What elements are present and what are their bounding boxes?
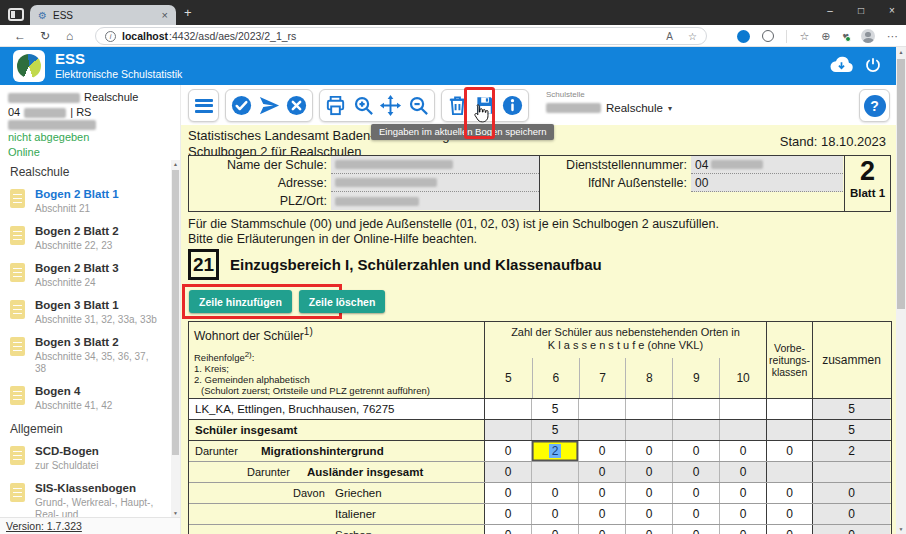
- new-tab-button[interactable]: +: [184, 5, 192, 20]
- sidebar-item-bogen-2-blatt-2[interactable]: Bogen 2 Blatt 2 Abschnitte 22, 23: [10, 225, 162, 252]
- redacted-school-name: [8, 93, 80, 103]
- row-label-cell: Italiener: [189, 504, 485, 524]
- grid-cell[interactable]: 0: [485, 441, 532, 461]
- grid-cell[interactable]: 0: [673, 504, 720, 524]
- sheet-sub: Blatt 1: [845, 187, 890, 199]
- grid-cell[interactable]: 0: [532, 504, 579, 524]
- grid-cell[interactable]: 0: [532, 483, 579, 503]
- grid-cell[interactable]: 0: [720, 483, 767, 503]
- grid-cell[interactable]: [626, 399, 673, 419]
- close-button[interactable]: ×: [886, 5, 898, 16]
- tab-close-icon[interactable]: ×: [162, 9, 168, 21]
- grid-cell[interactable]: 0: [532, 525, 579, 534]
- favorites-bar-icon[interactable]: ☆: [799, 30, 809, 43]
- address-field[interactable]: [331, 174, 539, 192]
- grid-cell-selected[interactable]: 2: [532, 441, 579, 461]
- add-row-button[interactable]: Zeile hinzufügen: [189, 290, 292, 313]
- profile-avatar[interactable]: [861, 29, 875, 43]
- grid-cell[interactable]: 0: [720, 525, 767, 534]
- sidebar-scrollbar[interactable]: ▲ ▼: [171, 160, 180, 517]
- schulstelle-select[interactable]: Schulstelle Realschule ▾: [546, 90, 672, 114]
- page-scrollbar[interactable]: ▲ ▼: [896, 47, 906, 534]
- grid-cell[interactable]: 0: [485, 504, 532, 524]
- grid-cell[interactable]: [673, 399, 720, 419]
- check-circle-icon[interactable]: [229, 93, 254, 118]
- scroll-down-icon[interactable]: ▼: [171, 510, 180, 516]
- collections-icon[interactable]: ⊕: [821, 30, 830, 43]
- version-link[interactable]: Version: 1.7.323: [6, 520, 82, 532]
- zoom-in-icon[interactable]: [351, 93, 376, 118]
- grid-cell[interactable]: [720, 399, 767, 419]
- site-info-icon[interactable]: i: [105, 31, 116, 42]
- sidebar-item-subtitle: Abschnitte 31, 32, 33a, 33b: [35, 314, 157, 326]
- cloud-download-icon[interactable]: [828, 55, 855, 78]
- grid-cell[interactable]: 0: [767, 441, 813, 461]
- extension-icon[interactable]: [762, 30, 774, 42]
- delete-row-button[interactable]: Zeile löschen: [299, 290, 386, 313]
- grid-cell[interactable]: 0: [579, 504, 626, 524]
- tab-title: ESS: [53, 10, 156, 21]
- sidebar-scrollbar-thumb[interactable]: [172, 170, 179, 455]
- grid-cell[interactable]: [767, 399, 813, 419]
- grid-cell[interactable]: 0: [720, 441, 767, 461]
- grid-cell[interactable]: 0: [673, 483, 720, 503]
- print-icon[interactable]: [323, 93, 348, 118]
- home-icon[interactable]: ⌂: [66, 29, 73, 43]
- plz-field[interactable]: [331, 192, 539, 210]
- sidebar-item-bogen-2-blatt-1[interactable]: Bogen 2 Blatt 1 Abschnitt 21: [10, 188, 162, 215]
- grid-cell[interactable]: 0: [485, 525, 532, 534]
- grid-cell[interactable]: 0: [579, 525, 626, 534]
- grid-cell[interactable]: 0: [673, 441, 720, 461]
- zoom-out-icon[interactable]: [406, 93, 431, 118]
- sidebar-item-bogen-2-blatt-3[interactable]: Bogen 2 Blatt 3 Abschnitte 24: [10, 262, 162, 289]
- grid-cell[interactable]: 0: [579, 483, 626, 503]
- grid-cell[interactable]: [579, 399, 626, 419]
- move-icon[interactable]: [378, 93, 403, 118]
- grid-cell[interactable]: 0: [767, 483, 813, 503]
- menu-icon[interactable]: [191, 93, 216, 118]
- browser-tab[interactable]: ⚙ ESS ×: [30, 5, 176, 25]
- read-aloud-icon[interactable]: A: [666, 31, 673, 42]
- lfdnr-field[interactable]: 00: [691, 174, 843, 192]
- plz-label: PLZ/Ort:: [189, 192, 327, 210]
- minimize-button[interactable]: –: [824, 5, 836, 16]
- sidebar-item-subtitle: zur Schuldatei: [35, 460, 99, 472]
- refresh-icon[interactable]: ↻: [40, 29, 50, 43]
- power-logout-icon[interactable]: [864, 56, 882, 78]
- tab-actions-icon[interactable]: [8, 8, 24, 21]
- send-icon[interactable]: [257, 93, 282, 118]
- grid-cell[interactable]: [485, 399, 532, 419]
- info-icon[interactable]: [500, 93, 525, 118]
- grid-cell[interactable]: 0: [767, 504, 813, 524]
- grid-cell[interactable]: 0: [485, 483, 532, 503]
- scroll-up-icon[interactable]: ▲: [896, 49, 906, 55]
- sidebar-item-bogen-3-blatt-2[interactable]: Bogen 3 Blatt 2 Abschnitte 34, 35, 36, 3…: [10, 336, 162, 375]
- grid-cell[interactable]: 0: [673, 525, 720, 534]
- grid-cell[interactable]: 0: [767, 525, 813, 534]
- sidebar-item-bogen-4[interactable]: Bogen 4 Abschnitte 41, 42: [10, 385, 162, 412]
- grid-cell[interactable]: 0: [626, 504, 673, 524]
- settings-menu-icon[interactable]: ⋯: [887, 30, 898, 43]
- grid-cell[interactable]: 0: [626, 483, 673, 503]
- favorite-star-icon[interactable]: ☆: [688, 31, 697, 42]
- scroll-down-icon[interactable]: ▼: [896, 526, 906, 532]
- back-icon[interactable]: ←: [14, 29, 26, 43]
- cancel-circle-icon[interactable]: [284, 93, 309, 118]
- sidebar-item-scd-bogen[interactable]: SCD-Bogen zur Schuldatei: [10, 445, 162, 472]
- page-scrollbar-thumb[interactable]: [897, 59, 905, 309]
- address-bar[interactable]: i localhost :4432/asd/aes/2023/2_1_rs A …: [95, 27, 707, 45]
- grid-cell[interactable]: 0: [626, 441, 673, 461]
- sidebar-item-bogen-3-blatt-1[interactable]: Bogen 3 Blatt 1 Abschnitte 31, 32, 33a, …: [10, 299, 162, 326]
- grid-cell[interactable]: 0: [720, 504, 767, 524]
- help-icon[interactable]: ?: [864, 95, 886, 117]
- school-name-field[interactable]: [331, 156, 539, 174]
- browser-essentials-icon[interactable]: ♥: [842, 30, 849, 42]
- sidebar-item-sis-klassenbogen[interactable]: SIS-Klassenbogen Grund-, Werkreal-, Haup…: [10, 482, 162, 517]
- grid-cell[interactable]: 0: [579, 441, 626, 461]
- maximize-button[interactable]: □: [855, 5, 867, 16]
- grid-cell[interactable]: 5: [532, 399, 579, 419]
- grid-cell[interactable]: 0: [626, 525, 673, 534]
- edge-copilot-icon[interactable]: [737, 30, 750, 43]
- scroll-up-icon[interactable]: ▲: [171, 161, 180, 167]
- dienststellennummer-field[interactable]: 04: [691, 156, 843, 174]
